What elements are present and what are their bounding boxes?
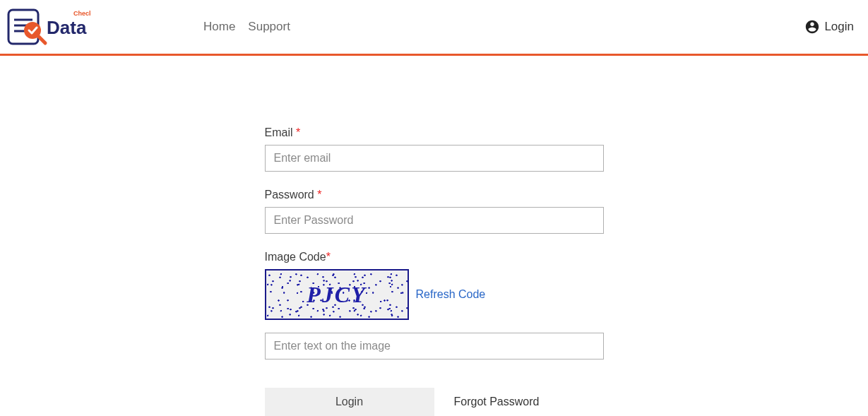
forgot-password-link[interactable]: Forgot Password <box>454 396 540 408</box>
email-label: Email * <box>265 126 604 139</box>
logo-text-sup: Check <box>73 10 90 17</box>
password-field-wrapper: Password * <box>265 189 604 234</box>
captcha-label: Image Code* <box>265 251 604 263</box>
main: Email * Password * Image Code* PJCY Refr… <box>0 56 868 416</box>
required-mark: * <box>296 126 300 138</box>
login-link[interactable]: Login <box>804 19 854 35</box>
login-form: Email * Password * Image Code* PJCY Refr… <box>265 126 604 416</box>
refresh-code-link[interactable]: Refresh Code <box>416 288 486 301</box>
logo[interactable]: Data Check <box>6 6 90 48</box>
nav: Home Support <box>203 20 290 34</box>
logo-text-main: Data <box>47 17 87 38</box>
captcha-input[interactable] <box>265 333 604 359</box>
captcha-code: PJCY <box>307 282 366 308</box>
login-button[interactable]: Login <box>265 388 434 416</box>
required-mark: * <box>317 189 321 201</box>
login-link-label: Login <box>824 20 854 34</box>
svg-line-5 <box>39 37 45 43</box>
nav-home[interactable]: Home <box>203 20 235 34</box>
email-field-wrapper: Email * <box>265 126 604 172</box>
password-field[interactable] <box>265 207 604 234</box>
nav-support[interactable]: Support <box>248 20 290 34</box>
actions: Login Forgot Password <box>265 388 604 416</box>
captcha-field-wrapper: Image Code* PJCY Refresh Code <box>265 251 604 359</box>
captcha-row: PJCY Refresh Code <box>265 269 604 320</box>
email-field[interactable] <box>265 145 604 172</box>
user-circle-icon <box>804 19 820 35</box>
header: Data Check Home Support Login <box>0 0 868 56</box>
required-mark: * <box>326 251 331 263</box>
logo-icon: Data Check <box>6 6 90 48</box>
captcha-image: PJCY <box>265 269 409 320</box>
password-label: Password * <box>265 189 604 201</box>
